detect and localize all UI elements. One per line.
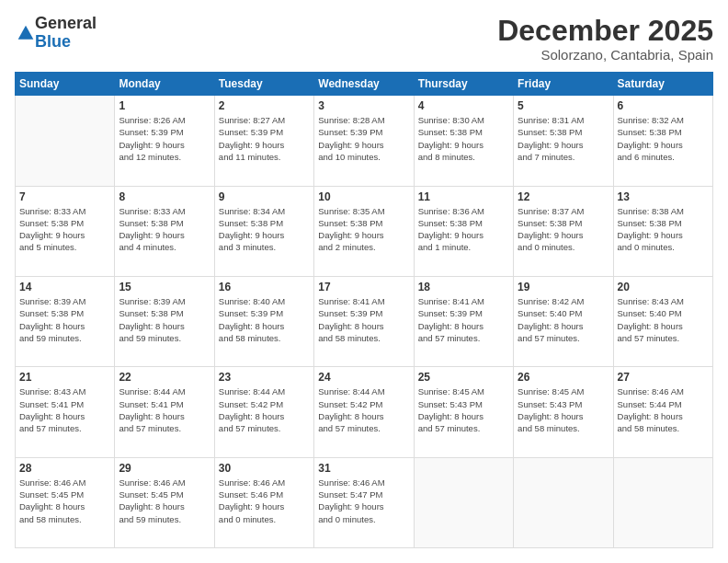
day-info: Sunrise: 8:31 AMSunset: 5:38 PMDaylight:… xyxy=(518,114,609,163)
day-number: 3 xyxy=(318,99,409,112)
day-info: Sunrise: 8:32 AMSunset: 5:38 PMDaylight:… xyxy=(618,114,709,163)
day-info: Sunrise: 8:30 AMSunset: 5:38 PMDaylight:… xyxy=(418,114,509,163)
logo-text: General Blue xyxy=(35,15,97,52)
logo-blue: Blue xyxy=(35,33,97,52)
day-info: Sunrise: 8:33 AMSunset: 5:38 PMDaylight:… xyxy=(19,205,110,254)
day-number: 8 xyxy=(119,190,210,203)
table-row: 7Sunrise: 8:33 AMSunset: 5:38 PMDaylight… xyxy=(16,186,115,276)
day-info: Sunrise: 8:28 AMSunset: 5:39 PMDaylight:… xyxy=(318,114,409,163)
day-number: 1 xyxy=(119,99,210,112)
table-row: 19Sunrise: 8:42 AMSunset: 5:40 PMDayligh… xyxy=(514,276,613,366)
day-info: Sunrise: 8:39 AMSunset: 5:38 PMDaylight:… xyxy=(119,295,210,344)
table-row: 9Sunrise: 8:34 AMSunset: 5:38 PMDaylight… xyxy=(214,186,313,276)
day-number: 17 xyxy=(318,281,409,293)
table-row: 20Sunrise: 8:43 AMSunset: 5:40 PMDayligh… xyxy=(613,276,712,366)
table-row: 27Sunrise: 8:46 AMSunset: 5:44 PMDayligh… xyxy=(613,367,712,457)
day-number: 7 xyxy=(19,190,110,203)
day-info: Sunrise: 8:43 AMSunset: 5:40 PMDaylight:… xyxy=(618,295,709,344)
day-info: Sunrise: 8:46 AMSunset: 5:46 PMDaylight:… xyxy=(219,477,310,525)
table-row: 10Sunrise: 8:35 AMSunset: 5:38 PMDayligh… xyxy=(314,186,414,276)
month-title: December 2025 xyxy=(497,15,713,47)
table-row xyxy=(514,457,613,547)
table-row: 22Sunrise: 8:44 AMSunset: 5:41 PMDayligh… xyxy=(115,367,214,457)
table-row: 11Sunrise: 8:36 AMSunset: 5:38 PMDayligh… xyxy=(414,186,513,276)
day-number: 18 xyxy=(418,281,509,293)
weekday-header-row: Sunday Monday Tuesday Wednesday Thursday… xyxy=(16,73,713,96)
table-row: 12Sunrise: 8:37 AMSunset: 5:38 PMDayligh… xyxy=(514,186,613,276)
header-thursday: Thursday xyxy=(414,73,513,96)
day-info: Sunrise: 8:41 AMSunset: 5:39 PMDaylight:… xyxy=(318,295,409,344)
day-number: 30 xyxy=(219,462,310,475)
day-number: 11 xyxy=(418,190,509,203)
day-info: Sunrise: 8:27 AMSunset: 5:39 PMDaylight:… xyxy=(219,114,310,163)
day-info: Sunrise: 8:45 AMSunset: 5:43 PMDaylight:… xyxy=(518,385,609,434)
table-row: 5Sunrise: 8:31 AMSunset: 5:38 PMDaylight… xyxy=(514,96,613,186)
day-number: 19 xyxy=(518,281,609,293)
day-number: 31 xyxy=(318,462,409,475)
day-info: Sunrise: 8:36 AMSunset: 5:38 PMDaylight:… xyxy=(418,205,509,254)
table-row: 8Sunrise: 8:33 AMSunset: 5:38 PMDaylight… xyxy=(115,186,214,276)
day-number: 28 xyxy=(19,462,110,475)
logo: General Blue xyxy=(15,15,97,52)
table-row: 30Sunrise: 8:46 AMSunset: 5:46 PMDayligh… xyxy=(214,457,313,547)
table-row: 15Sunrise: 8:39 AMSunset: 5:38 PMDayligh… xyxy=(115,276,214,366)
day-info: Sunrise: 8:43 AMSunset: 5:41 PMDaylight:… xyxy=(19,385,110,434)
header-saturday: Saturday xyxy=(613,73,712,96)
table-row xyxy=(414,457,513,547)
day-number: 23 xyxy=(219,371,310,384)
day-number: 24 xyxy=(318,371,409,384)
day-number: 27 xyxy=(618,371,709,384)
table-row xyxy=(16,96,115,186)
table-row: 24Sunrise: 8:44 AMSunset: 5:42 PMDayligh… xyxy=(314,367,414,457)
day-info: Sunrise: 8:38 AMSunset: 5:38 PMDaylight:… xyxy=(618,205,709,254)
table-row: 13Sunrise: 8:38 AMSunset: 5:38 PMDayligh… xyxy=(613,186,712,276)
day-number: 16 xyxy=(219,281,310,293)
day-info: Sunrise: 8:39 AMSunset: 5:38 PMDaylight:… xyxy=(19,295,110,344)
table-row: 4Sunrise: 8:30 AMSunset: 5:38 PMDaylight… xyxy=(414,96,513,186)
day-number: 21 xyxy=(19,371,110,384)
table-row: 29Sunrise: 8:46 AMSunset: 5:45 PMDayligh… xyxy=(115,457,214,547)
calendar-row-2: 7Sunrise: 8:33 AMSunset: 5:38 PMDaylight… xyxy=(16,186,713,276)
day-info: Sunrise: 8:35 AMSunset: 5:38 PMDaylight:… xyxy=(318,205,409,254)
day-info: Sunrise: 8:44 AMSunset: 5:42 PMDaylight:… xyxy=(219,385,310,434)
svg-marker-0 xyxy=(18,25,34,39)
day-number: 10 xyxy=(318,190,409,203)
table-row: 16Sunrise: 8:40 AMSunset: 5:39 PMDayligh… xyxy=(214,276,313,366)
table-row xyxy=(613,457,712,547)
table-row: 21Sunrise: 8:43 AMSunset: 5:41 PMDayligh… xyxy=(16,367,115,457)
calendar-row-1: 1Sunrise: 8:26 AMSunset: 5:39 PMDaylight… xyxy=(16,96,713,186)
day-info: Sunrise: 8:44 AMSunset: 5:41 PMDaylight:… xyxy=(119,385,210,434)
day-info: Sunrise: 8:42 AMSunset: 5:40 PMDaylight:… xyxy=(518,295,609,344)
day-info: Sunrise: 8:45 AMSunset: 5:43 PMDaylight:… xyxy=(418,385,509,434)
table-row: 17Sunrise: 8:41 AMSunset: 5:39 PMDayligh… xyxy=(314,276,414,366)
day-info: Sunrise: 8:40 AMSunset: 5:39 PMDaylight:… xyxy=(219,295,310,344)
day-info: Sunrise: 8:46 AMSunset: 5:44 PMDaylight:… xyxy=(618,385,709,434)
calendar-row-4: 21Sunrise: 8:43 AMSunset: 5:41 PMDayligh… xyxy=(16,367,713,457)
day-number: 13 xyxy=(618,190,709,203)
day-number: 26 xyxy=(518,371,609,384)
day-info: Sunrise: 8:33 AMSunset: 5:38 PMDaylight:… xyxy=(119,205,210,254)
calendar-row-3: 14Sunrise: 8:39 AMSunset: 5:38 PMDayligh… xyxy=(16,276,713,366)
table-row: 31Sunrise: 8:46 AMSunset: 5:47 PMDayligh… xyxy=(314,457,414,547)
table-row: 28Sunrise: 8:46 AMSunset: 5:45 PMDayligh… xyxy=(16,457,115,547)
day-number: 6 xyxy=(618,99,709,112)
calendar-table: Sunday Monday Tuesday Wednesday Thursday… xyxy=(15,72,713,548)
day-number: 29 xyxy=(119,462,210,475)
day-number: 9 xyxy=(219,190,310,203)
table-row: 23Sunrise: 8:44 AMSunset: 5:42 PMDayligh… xyxy=(214,367,313,457)
header: General Blue December 2025 Solorzano, Ca… xyxy=(15,15,713,63)
day-number: 12 xyxy=(518,190,609,203)
day-number: 25 xyxy=(418,371,509,384)
day-info: Sunrise: 8:41 AMSunset: 5:39 PMDaylight:… xyxy=(418,295,509,344)
header-sunday: Sunday xyxy=(16,73,115,96)
table-row: 3Sunrise: 8:28 AMSunset: 5:39 PMDaylight… xyxy=(314,96,414,186)
day-info: Sunrise: 8:46 AMSunset: 5:47 PMDaylight:… xyxy=(318,477,409,525)
header-tuesday: Tuesday xyxy=(214,73,313,96)
header-wednesday: Wednesday xyxy=(314,73,414,96)
day-number: 14 xyxy=(19,281,110,293)
header-monday: Monday xyxy=(115,73,214,96)
day-number: 22 xyxy=(119,371,210,384)
day-info: Sunrise: 8:44 AMSunset: 5:42 PMDaylight:… xyxy=(318,385,409,434)
page: General Blue December 2025 Solorzano, Ca… xyxy=(0,0,728,563)
day-number: 4 xyxy=(418,99,509,112)
